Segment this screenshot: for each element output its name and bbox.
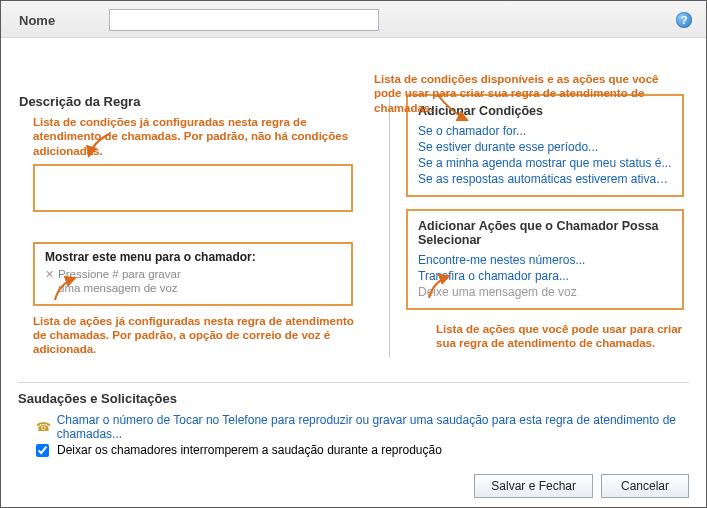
action-link[interactable]: Encontre-me nestes números...	[418, 252, 672, 268]
add-actions-box: Adicionar Ações que o Chamador Possa Sel…	[406, 209, 684, 310]
header-bar: Nome ?	[1, 1, 706, 38]
button-bar: Salvar e Fechar Cancelar	[474, 474, 689, 498]
phone-icon	[36, 420, 51, 434]
main-area: Lista de condições disponíveis e as açõe…	[1, 38, 706, 363]
name-label: Nome	[19, 13, 109, 28]
condition-link[interactable]: Se as respostas automáticas estiverem at…	[418, 171, 672, 187]
voicemail-line1: Pressione # para gravar	[58, 268, 181, 282]
callout-available-list: Lista de condições disponíveis e as açõe…	[374, 72, 686, 115]
condition-link[interactable]: Se estiver durante esse período...	[418, 139, 672, 155]
right-column: Adicionar Condições Se o chamador for...…	[389, 94, 688, 357]
save-close-button[interactable]: Salvar e Fechar	[474, 474, 593, 498]
name-input[interactable]	[109, 9, 379, 31]
action-link[interactable]: Transfira o chamador para...	[418, 268, 672, 284]
interrupt-label: Deixar os chamadores interromperem a sau…	[57, 443, 442, 457]
callout-actions-use: Lista de ações que você pode usar para c…	[436, 322, 686, 351]
phone-record-link[interactable]: Chamar o número de Tocar no Telefone par…	[57, 413, 689, 441]
help-icon[interactable]: ?	[676, 12, 692, 28]
condition-link[interactable]: Se o chamador for...	[418, 123, 672, 139]
left-column: Descrição da Regra Lista de condições já…	[19, 94, 389, 357]
greetings-section: Saudações e Solicitações Chamar o número…	[18, 382, 689, 458]
configured-conditions-box	[33, 164, 353, 212]
phone-record-row: Chamar o número de Tocar no Telefone par…	[18, 412, 689, 442]
add-actions-title: Adicionar Ações que o Chamador Possa Sel…	[418, 219, 672, 247]
callout-configured-actions: Lista de ações já configuradas nesta reg…	[33, 314, 365, 357]
interrupt-row: Deixar os chamadores interromperem a sau…	[18, 442, 689, 458]
rule-description-title: Descrição da Regra	[19, 94, 371, 109]
cancel-button[interactable]: Cancelar	[601, 474, 689, 498]
greetings-title: Saudações e Solicitações	[18, 391, 689, 406]
interrupt-checkbox[interactable]	[36, 444, 49, 457]
condition-link[interactable]: Se a minha agenda mostrar que meu status…	[418, 155, 672, 171]
voicemail-default-row: ✕ Pressione # para gravar uma mensagem d…	[45, 268, 341, 296]
caller-menu-box: Mostrar este menu para o chamador: ✕ Pre…	[33, 242, 353, 306]
delete-x-icon: ✕	[45, 268, 54, 281]
action-disabled: Deixe uma mensagem de voz	[418, 284, 672, 300]
callout-configured-conditions: Lista de condições já configuradas nesta…	[33, 115, 363, 158]
voicemail-line2: uma mensagem de voz	[58, 282, 181, 296]
caller-menu-title: Mostrar este menu para o chamador:	[45, 250, 341, 264]
